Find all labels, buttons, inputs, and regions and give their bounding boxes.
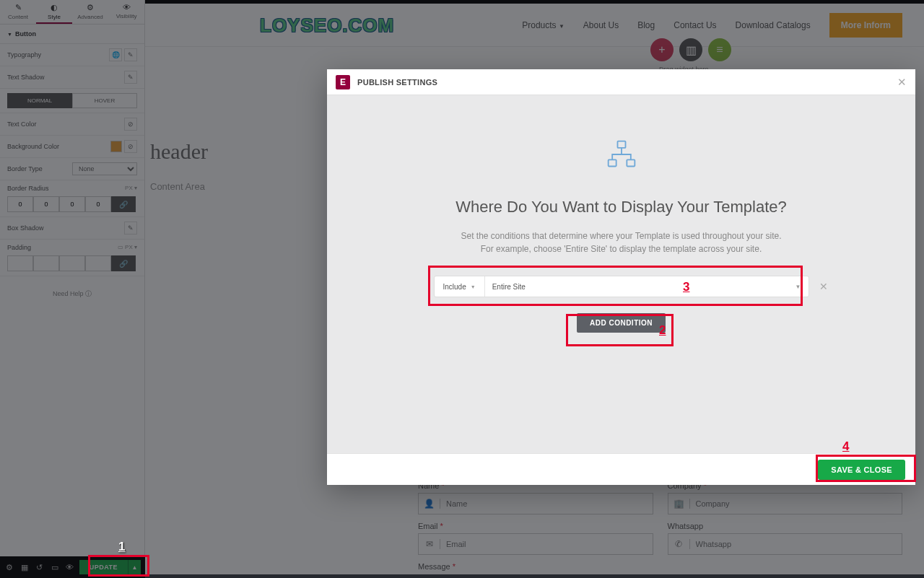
caret-down-icon: ▼	[471, 284, 476, 289]
modal-title: PUBLISH SETTINGS	[357, 78, 437, 87]
elementor-logo-icon: E	[336, 75, 350, 89]
annotation-number-4: 4	[842, 439, 849, 454]
annotation-number-3: 3	[683, 280, 689, 294]
modal-heading: Where Do You Want to Display Your Templa…	[456, 198, 787, 216]
condition-value-text: Entire Site	[492, 283, 526, 291]
remove-condition-icon[interactable]: ✕	[819, 281, 828, 292]
condition-type-select[interactable]: Include▼	[435, 276, 485, 297]
annotation-number-2: 2	[659, 323, 666, 338]
svg-rect-1	[608, 159, 616, 166]
publish-settings-modal: E PUBLISH SETTINGS ✕ Where Do You Want t…	[327, 69, 915, 485]
svg-rect-2	[627, 159, 635, 166]
condition-type-value: Include	[443, 283, 466, 291]
modal-subtext-1: Set the conditions that determine where …	[461, 229, 781, 242]
condition-row-wrap: Include▼ Entire Site▼ ✕	[434, 276, 809, 297]
modal-header: E PUBLISH SETTINGS ✕	[327, 69, 915, 95]
condition-value-select[interactable]: Entire Site▼	[485, 283, 808, 291]
svg-rect-0	[617, 141, 625, 148]
close-icon[interactable]: ✕	[897, 76, 907, 89]
caret-down-icon: ▼	[796, 284, 801, 290]
add-condition-button[interactable]: ADD CONDITION	[577, 313, 666, 333]
annotation-number-1: 1	[118, 540, 125, 554]
condition-row: Include▼ Entire Site▼	[434, 276, 809, 297]
modal-footer: SAVE & CLOSE	[327, 453, 915, 485]
sitemap-icon	[606, 139, 637, 173]
save-close-button[interactable]: SAVE & CLOSE	[818, 460, 905, 480]
modal-subtext-2: For example, choose 'Entire Site' to dis…	[481, 242, 762, 255]
modal-body: Where Do You Want to Display Your Templa…	[327, 95, 915, 453]
